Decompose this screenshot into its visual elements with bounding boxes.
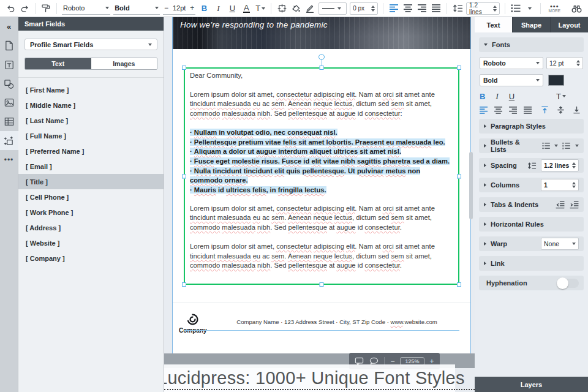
resize-handle-w[interactable] xyxy=(182,174,186,178)
align-right-button[interactable] xyxy=(417,2,428,15)
layers-bar[interactable]: Layers xyxy=(475,377,588,392)
section-tabs-indents[interactable]: Tabs & Indents xyxy=(479,197,584,212)
footer-address-line[interactable]: Company Name · 123 Address Street · City… xyxy=(209,318,464,325)
field-website[interactable]: [ Website ] xyxy=(18,235,164,251)
underline-button[interactable]: U xyxy=(227,2,238,15)
panel-font-family-select[interactable]: Roboto xyxy=(480,57,543,69)
field-address[interactable]: [ Address ] xyxy=(18,220,164,235)
field-first-name[interactable]: [ First Name ] xyxy=(18,82,164,97)
font-size-value[interactable]: 12pt xyxy=(173,4,186,12)
align-right-icon[interactable] xyxy=(509,107,518,114)
rotation-handle[interactable] xyxy=(318,54,325,60)
panel-bold-button[interactable]: B xyxy=(480,92,485,101)
document-page[interactable]: How we’re responding to the pandemic Dea… xyxy=(172,17,471,355)
stroke-color-button[interactable] xyxy=(304,2,315,15)
panel-underline-button[interactable]: U xyxy=(509,92,514,101)
align-left-icon[interactable] xyxy=(480,107,488,114)
text-color-swatch[interactable] xyxy=(548,75,564,86)
profile-smart-fields-select[interactable]: Profile Smart Fields xyxy=(24,39,157,50)
chevron-down-icon[interactable] xyxy=(575,145,579,147)
spacing-stepper[interactable]: 1.2 lines xyxy=(541,159,579,172)
section-bullets-lists[interactable]: Bullets & Lists xyxy=(479,138,584,153)
stroke-width-stepper[interactable]: 0 px xyxy=(350,2,378,15)
field-company[interactable]: [ Company ] xyxy=(18,251,164,266)
font-size-increase-button[interactable]: + xyxy=(190,4,194,12)
resize-handle-ne[interactable] xyxy=(457,66,461,70)
field-cell-phone[interactable]: [ Cell Phone ] xyxy=(18,189,164,205)
tab-shape[interactable]: Shape xyxy=(512,17,550,32)
format-painter-button[interactable] xyxy=(40,2,51,15)
resize-handle-e[interactable] xyxy=(457,174,461,178)
align-center-button[interactable] xyxy=(402,2,413,15)
rail-item-pages[interactable] xyxy=(0,36,18,55)
collapse-panel-button[interactable]: « xyxy=(0,17,18,36)
text-style-button[interactable]: T xyxy=(255,2,266,15)
stepper-arrows[interactable] xyxy=(572,162,576,168)
valign-bottom-icon[interactable] xyxy=(573,106,581,114)
list-options-button[interactable] xyxy=(524,2,535,15)
resize-handle-n[interactable] xyxy=(320,66,324,70)
line-spacing-stepper[interactable]: 1.2 lines xyxy=(466,2,499,15)
undo-button[interactable] xyxy=(5,2,16,15)
field-preferred-name[interactable]: [ Preferred Name ] xyxy=(18,143,164,159)
rail-item-tables[interactable] xyxy=(0,112,18,131)
chevron-down-icon[interactable] xyxy=(554,145,558,147)
rail-item-text[interactable] xyxy=(0,55,18,74)
numbered-list-icon[interactable] xyxy=(562,142,571,149)
section-fonts[interactable]: Fonts xyxy=(479,37,584,52)
panel-text-style-button[interactable]: T xyxy=(556,92,566,101)
section-paragraph-styles[interactable]: Paragraph Styles xyxy=(479,119,584,134)
section-horizontal-rules[interactable]: Horizontal Rules xyxy=(479,217,584,232)
stepper-arrows[interactable] xyxy=(572,182,576,188)
rail-item-more[interactable]: ••• xyxy=(0,150,18,169)
bold-button[interactable]: B xyxy=(198,2,209,15)
header-photo[interactable]: How we’re responding to the pandemic xyxy=(173,17,470,49)
redo-button[interactable] xyxy=(19,2,30,15)
field-middle-name[interactable]: [ Middle Name ] xyxy=(18,97,164,113)
panel-italic-button[interactable]: I xyxy=(496,91,498,101)
resize-handle-nw[interactable] xyxy=(182,66,186,70)
indent-increase-icon[interactable] xyxy=(569,201,579,209)
section-link[interactable]: Link xyxy=(479,256,584,271)
toggle-images-tab[interactable]: Images xyxy=(91,58,157,69)
document-header-title[interactable]: How we’re responding to the pandemic xyxy=(180,20,328,29)
font-size-decrease-button[interactable]: − xyxy=(164,4,168,12)
tab-text[interactable]: Text xyxy=(475,17,512,32)
valign-middle-icon[interactable] xyxy=(557,106,565,114)
more-button[interactable]: ••• MORE xyxy=(549,4,561,13)
toggle-text-tab[interactable]: Text xyxy=(25,58,91,69)
panel-font-size-stepper[interactable]: 12 pt xyxy=(546,57,583,69)
tab-layout[interactable]: Layout xyxy=(550,17,588,32)
align-left-button[interactable] xyxy=(388,2,399,15)
bullet-list-icon[interactable] xyxy=(542,142,551,149)
fill-color-button[interactable] xyxy=(290,2,301,15)
section-spacing[interactable]: Spacing 1.2 lines xyxy=(479,158,584,173)
resize-handle-s[interactable] xyxy=(320,282,324,287)
rail-item-shapes[interactable] xyxy=(0,74,18,93)
font-family-select[interactable]: Roboto xyxy=(62,2,110,15)
panel-font-weight-select[interactable]: Bold xyxy=(480,74,543,86)
frame-button[interactable] xyxy=(276,2,287,15)
field-email[interactable]: [ Email ] xyxy=(18,159,164,174)
indent-decrease-icon[interactable] xyxy=(555,201,565,209)
section-warp[interactable]: Warp None xyxy=(479,236,584,251)
stepper-arrows[interactable] xyxy=(493,6,497,12)
field-full-name[interactable]: [ Full Name ] xyxy=(18,128,164,143)
canvas-scrollbar[interactable] xyxy=(469,152,473,219)
align-center-icon[interactable] xyxy=(494,107,503,114)
align-justify-icon[interactable] xyxy=(524,107,532,114)
section-columns[interactable]: Columns 1 xyxy=(479,178,584,192)
rail-item-smart-fields[interactable] xyxy=(0,131,18,150)
selected-text-box[interactable]: Dear Community, Lorem ipsum dolor sit am… xyxy=(184,67,459,285)
hyphenation-toggle[interactable] xyxy=(557,279,579,288)
field-last-name[interactable]: [ Last Name ] xyxy=(18,113,164,128)
letter-body[interactable]: Dear Community, Lorem ipsum dolor sit am… xyxy=(190,71,453,271)
warp-select[interactable]: None xyxy=(541,238,579,250)
stepper-arrows[interactable] xyxy=(371,6,375,12)
line-style-select[interactable] xyxy=(318,2,347,15)
columns-stepper[interactable]: 1 xyxy=(541,179,579,191)
resize-handle-sw[interactable] xyxy=(182,282,186,287)
align-justify-button[interactable] xyxy=(431,2,442,15)
rail-item-images[interactable] xyxy=(0,93,18,112)
line-spacing-button[interactable] xyxy=(452,2,463,15)
